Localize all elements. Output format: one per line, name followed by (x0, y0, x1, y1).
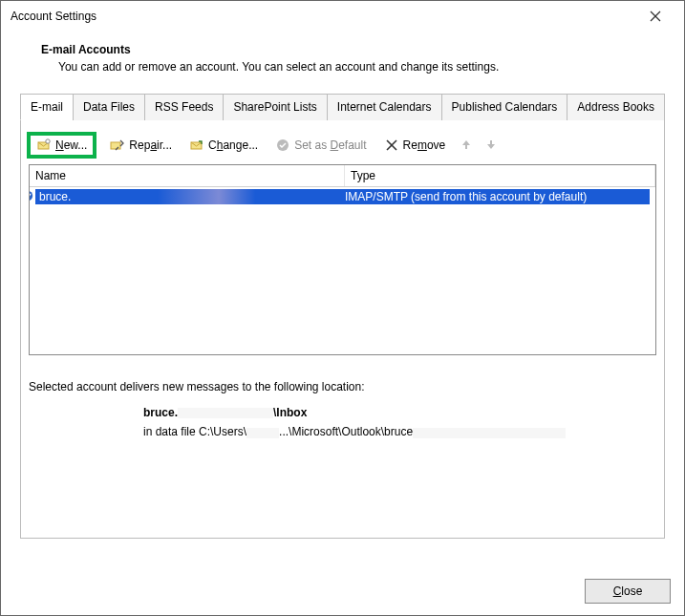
tab-rss-feeds[interactable]: RSS Feeds (144, 94, 224, 120)
tab-address-books[interactable]: Address Books (567, 94, 665, 120)
change-button[interactable]: Change... (185, 136, 262, 155)
highlight-new: New... (27, 132, 96, 159)
col-header-type[interactable]: Type (345, 165, 655, 186)
redacted-text (413, 428, 566, 438)
loc-prefix: bruce. (143, 406, 178, 419)
remove-button[interactable]: Remove (380, 136, 450, 155)
repair-button[interactable]: Repair... (106, 136, 176, 155)
remove-label: Remove (403, 138, 446, 152)
tab-internet-calendars[interactable]: Internet Calendars (327, 94, 442, 120)
cell-type: IMAP/SMTP (send from this account by def… (341, 189, 650, 204)
tab-email[interactable]: E-mail (20, 94, 74, 120)
arrow-down-icon (485, 138, 497, 150)
redacted-text (178, 408, 273, 418)
tab-published-calendars[interactable]: Published Calendars (441, 94, 568, 120)
repair-icon (110, 138, 125, 153)
section-title: E-mail Accounts (41, 43, 665, 56)
section-description: You can add or remove an account. You ca… (58, 60, 665, 74)
deliver-intro: Selected account delivers new messages t… (29, 380, 656, 393)
tab-data-files[interactable]: Data Files (73, 94, 145, 120)
move-down-button (483, 138, 499, 153)
col-header-name[interactable]: Name (30, 165, 345, 186)
loc-suffix: \Inbox (273, 406, 307, 419)
new-label: New... (55, 138, 87, 152)
list-row[interactable]: bruce. IMAP/SMTP (send from this account… (35, 187, 650, 206)
mail-new-icon (36, 138, 52, 153)
change-icon (189, 138, 204, 153)
svg-rect-4 (111, 142, 120, 149)
remove-icon (384, 138, 399, 153)
deliver-location: bruce.\Inbox in data file C:\Users\...\M… (143, 403, 656, 442)
redacted-text (246, 428, 279, 438)
window-close-button[interactable] (636, 1, 674, 32)
set-default-button: Set as Default (271, 136, 370, 155)
tab-sharepoint-lists[interactable]: SharePoint Lists (223, 94, 327, 120)
list-header: Name Type (30, 165, 655, 187)
window-title: Account Settings (11, 10, 96, 23)
close-icon (650, 11, 661, 22)
loc-line2-b: ...\Microsoft\Outlook\bruce (279, 425, 413, 438)
move-up-button (459, 138, 474, 153)
svg-point-3 (46, 139, 50, 143)
cell-name: bruce. (35, 189, 341, 204)
accounts-list[interactable]: Name Type bruce. IMAP/SMTP (send from th… (29, 164, 656, 355)
check-circle-icon (275, 138, 290, 153)
tab-panel-email: New... Repair... (20, 120, 665, 539)
default-check-icon (29, 190, 35, 204)
loc-line2-a: in data file C:\Users\ (143, 425, 246, 438)
change-label: Change... (208, 138, 258, 152)
close-button[interactable]: Close (585, 579, 671, 604)
repair-label: Repair... (129, 138, 172, 152)
set-default-label: Set as Default (294, 138, 366, 152)
new-button[interactable]: New... (32, 136, 91, 155)
toolbar: New... Repair... (29, 130, 656, 164)
arrow-up-icon (460, 138, 472, 150)
tab-strip: E-mail Data Files RSS Feeds SharePoint L… (20, 93, 665, 120)
